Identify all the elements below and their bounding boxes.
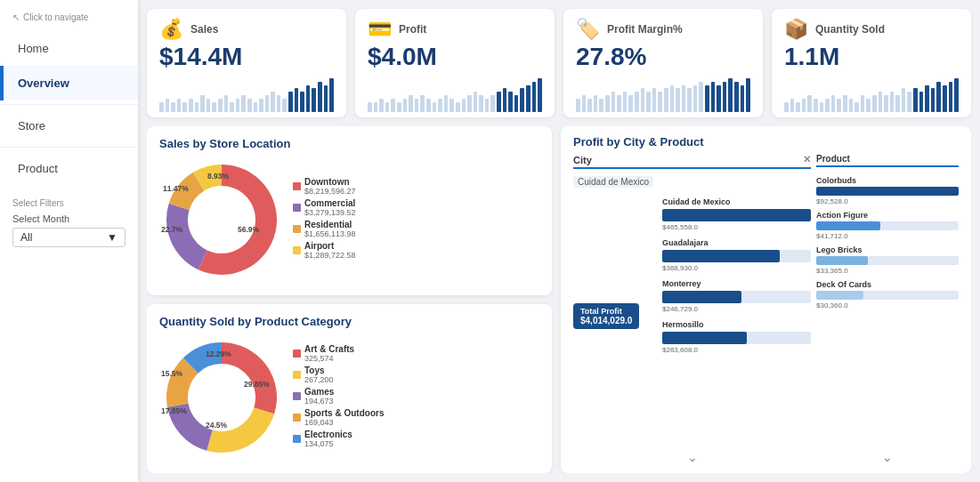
profit-inner: City ✕ Cuidad de Mexico Total Profit $4,… [573,154,959,464]
kpi-bar [723,82,727,112]
legend-value: $1,656,113.98 [304,229,356,238]
legend-name: Downtown [304,177,356,187]
sales-store-title: Sales by Store Location [159,137,539,150]
kpi-bar [479,95,483,112]
product-scroll-down[interactable]: ⌄ [816,450,959,464]
pct-q1: 12.29% [206,349,231,358]
kpi-bar [306,85,311,112]
product-bar-value: $41,712.0 [816,232,959,240]
kpi-bar [438,99,442,112]
legend-name: Residential [304,220,356,229]
city-bar-fill [662,291,741,303]
sales-icon: 💰 [159,18,183,41]
legend-item: Sports & Outdoors 169,043 [293,408,384,427]
kpi-bar [831,95,836,112]
kpi-bar [207,99,211,112]
kpi-bar [397,102,401,112]
kpi-bar [790,99,795,112]
legend-dot [293,182,301,190]
margin-icon: 🏷️ [576,18,600,41]
legend-item: Commercial $3,279,139.52 [293,198,356,217]
kpi-bar [532,82,537,112]
city-filter-bar: City ✕ [573,154,811,169]
kpi-bar [368,102,372,112]
product-bar-value: $30,360.0 [816,301,959,309]
kpi-bar [879,92,883,112]
legend-item: Toys 267,200 [293,366,384,384]
city-bar-row: Guadalajara $368,930.0 [662,238,811,272]
kpi-bar [837,99,841,112]
product-bar-fill [816,221,880,230]
city-bar-value: $368,930.0 [662,264,811,272]
chevron-down-icon: ▼ [107,231,117,244]
profit-total-box: Total Profit $4,014,029.0 [573,303,639,329]
pct-q3: 17.85% [161,406,187,415]
main-content: 💰 Sales $14.4M 💳 Profit $4.0M 🏷️ Profit … [138,0,980,482]
kpi-bar [635,92,639,112]
kpi-bar [802,99,806,112]
kpi-bar [300,92,304,112]
sidebar-item-store[interactable]: Store [0,108,138,143]
kpi-bar [295,88,299,112]
kpi-bar [277,95,281,112]
city-bar-track [662,250,811,262]
city-bar-row: Monterrey $246,729.0 [662,279,811,313]
kpi-title: Sales [190,23,218,36]
legend-dot [293,371,301,379]
kpi-bar [861,95,865,112]
kpi-bar [705,85,709,112]
product-bar-fill [816,256,868,265]
legend-item: Electronics 134,075 [293,430,384,448]
city-bar-row: Hermosillo $263,608.0 [662,320,811,354]
sales-donut-row: 8.93% 11.47% 22.7% 56.9% Downtown $8,219… [159,157,539,282]
product-bar-value: $33,365.0 [816,267,959,275]
kpi-bar [259,99,263,112]
legend-dot [293,349,301,357]
close-icon[interactable]: ✕ [803,154,811,165]
city-filter-label: City [573,155,592,165]
sales-by-store-panel: Sales by Store Location 8.93% 11.47% 22.… [147,126,552,295]
kpi-bar [508,92,513,112]
kpi-bar [189,99,193,112]
donut-segment [166,204,207,269]
kpi-bar [312,88,316,112]
kpi-bar [177,99,182,112]
legend-name: Toys [304,366,334,375]
kpi-header: 💰 Sales [159,18,334,41]
sidebar-item-product[interactable]: Product [0,151,138,186]
profit-product-section: Product Colorbuds $92,528.0 Action Figur… [816,154,959,464]
kpi-title: Quantity Sold [815,23,885,36]
product-bar-track [816,256,959,265]
kpi-bar [872,95,877,112]
kpi-bar [913,88,918,112]
city-scroll-down[interactable]: ⌄ [573,450,811,464]
left-charts: Sales by Store Location 8.93% 11.47% 22.… [147,126,552,473]
total-box-area: Total Profit $4,014,029.0 [573,192,653,446]
product-bar-row: Colorbuds $92,528.0 [816,176,959,205]
kpi-bar [195,102,199,112]
kpi-bar [693,85,698,112]
kpi-bar [664,88,668,112]
sidebar-item-overview[interactable]: Overview [0,66,138,100]
kpi-bar [658,92,662,112]
kpi-value: $4.0M [368,43,542,71]
city-bar-fill [662,332,747,344]
kpi-sparkline [576,76,750,112]
kpi-bar [318,82,322,112]
profit-panel: Profit by City & Product City ✕ Cuidad d… [561,126,971,473]
legend-value: 169,043 [304,418,384,427]
kpi-bar [699,82,703,112]
kpi-bar [444,95,449,112]
sidebar: ↖ Click to navigate Home Overview Store … [0,0,138,482]
kpi-bar [200,95,205,112]
quantity-by-category-panel: Quantity Sold by Product Category 12.29%… [147,304,552,473]
quantity-donut-container: 12.29% 15.5% 17.85% 24.5% 29.85% [159,335,284,460]
month-select[interactable]: All ▼ [12,228,126,247]
kpi-bar [450,99,454,112]
kpi-bar [254,102,258,112]
quantity-donut-row: 12.29% 15.5% 17.85% 24.5% 29.85% Art & C… [159,335,539,460]
legend-name: Commercial [304,198,356,208]
kpi-sparkline [784,76,959,112]
sidebar-item-home[interactable]: Home [0,31,138,66]
kpi-bar [611,92,616,112]
